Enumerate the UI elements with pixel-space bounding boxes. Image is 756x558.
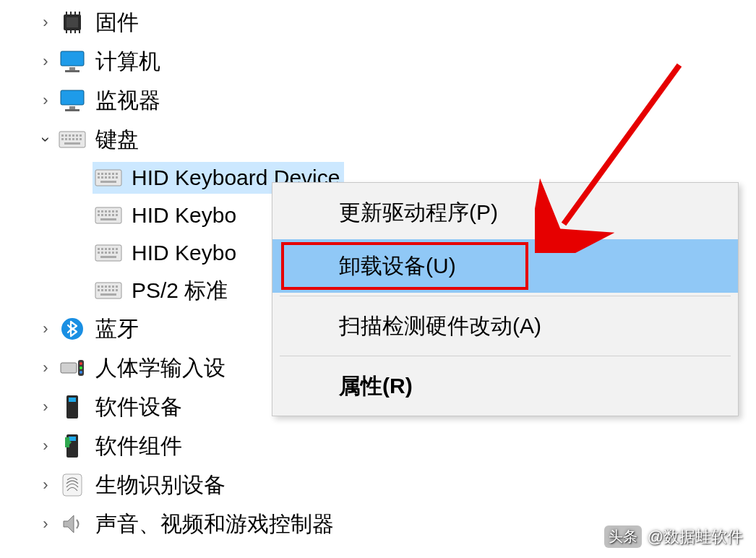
svg-rect-47 xyxy=(105,210,107,213)
tree-item-label: 声音、视频和游戏控制器 xyxy=(95,510,334,539)
svg-rect-36 xyxy=(116,173,118,175)
svg-rect-82 xyxy=(108,289,111,291)
menu-item-label: 扫描检测硬件改动(A) xyxy=(339,312,541,341)
svg-rect-39 xyxy=(105,176,107,179)
svg-rect-54 xyxy=(108,214,111,216)
svg-rect-66 xyxy=(101,252,103,254)
hid-icon xyxy=(56,353,88,382)
tree-item-label: 监视器 xyxy=(95,86,160,116)
svg-rect-64 xyxy=(116,248,118,250)
svg-rect-62 xyxy=(108,248,111,250)
tree-item-label: 蓝牙 xyxy=(95,314,139,344)
tree-item-biometric[interactable]: › 生物识别设备 xyxy=(35,465,756,505)
keyboard-icon xyxy=(93,201,124,230)
watermark: 头条 @数据蛙软件 xyxy=(604,525,743,548)
svg-rect-15 xyxy=(65,109,80,111)
tree-item-firmware[interactable]: › 固件 xyxy=(35,3,756,42)
chevron-right-icon[interactable]: › xyxy=(35,398,56,416)
svg-rect-63 xyxy=(112,248,114,250)
tree-item-computer[interactable]: › 计算机 xyxy=(35,42,756,81)
svg-rect-35 xyxy=(112,173,114,175)
bluetooth-icon xyxy=(56,314,88,343)
svg-rect-55 xyxy=(112,214,114,216)
svg-rect-84 xyxy=(116,289,118,291)
chevron-right-icon[interactable]: › xyxy=(35,476,56,494)
svg-rect-74 xyxy=(101,286,103,288)
svg-rect-77 xyxy=(112,286,114,288)
svg-point-89 xyxy=(80,362,82,365)
svg-rect-21 xyxy=(76,134,78,137)
svg-rect-24 xyxy=(65,138,67,140)
svg-rect-18 xyxy=(65,134,67,137)
svg-rect-49 xyxy=(112,210,114,213)
menu-item-label: 更新驱动程序(P) xyxy=(339,198,498,228)
chevron-down-icon[interactable]: › xyxy=(36,129,55,150)
svg-rect-26 xyxy=(72,138,74,140)
svg-rect-73 xyxy=(98,286,100,288)
svg-rect-37 xyxy=(98,176,100,179)
svg-rect-67 xyxy=(105,252,107,254)
chevron-right-icon[interactable]: › xyxy=(35,515,56,533)
watermark-text: @数据蛙软件 xyxy=(648,526,743,548)
svg-rect-46 xyxy=(101,210,103,213)
tree-item-label: PS/2 标准 xyxy=(132,276,228,306)
chevron-right-icon[interactable]: › xyxy=(35,91,56,110)
svg-rect-65 xyxy=(98,252,100,254)
svg-rect-38 xyxy=(101,176,103,179)
menu-item-label: 卸载设备(U) xyxy=(339,252,456,281)
tree-item-keyboard[interactable]: › 键盘 xyxy=(35,120,756,159)
svg-rect-70 xyxy=(116,252,118,254)
menu-item-update-driver[interactable]: 更新驱动程序(P) xyxy=(272,186,738,239)
svg-rect-80 xyxy=(101,289,103,291)
svg-rect-14 xyxy=(69,106,75,109)
svg-rect-59 xyxy=(98,248,100,250)
keyboard-icon xyxy=(93,163,124,192)
tree-item-label: 计算机 xyxy=(95,47,160,77)
menu-item-scan-hardware[interactable]: 扫描检测硬件改动(A) xyxy=(272,299,738,353)
chevron-right-icon[interactable]: › xyxy=(35,13,56,32)
svg-rect-17 xyxy=(61,134,64,137)
firmware-icon xyxy=(56,8,88,37)
svg-rect-53 xyxy=(105,214,107,216)
tree-item-label: 键盘 xyxy=(95,125,139,155)
svg-rect-87 xyxy=(61,363,77,373)
chevron-right-icon[interactable]: › xyxy=(35,437,56,455)
keyboard-icon xyxy=(93,239,124,267)
chevron-right-icon[interactable]: › xyxy=(35,319,56,338)
svg-rect-52 xyxy=(101,214,103,216)
svg-rect-79 xyxy=(98,289,100,291)
svg-rect-45 xyxy=(98,210,100,213)
keyboard-icon xyxy=(56,125,88,154)
svg-rect-28 xyxy=(80,138,82,140)
tree-item-software-component[interactable]: › 软件组件 xyxy=(35,426,756,465)
svg-rect-40 xyxy=(108,176,111,179)
chevron-right-icon[interactable]: › xyxy=(35,52,56,71)
svg-rect-85 xyxy=(100,293,116,296)
svg-rect-71 xyxy=(100,256,116,258)
svg-rect-33 xyxy=(105,173,107,175)
tree-item-label: 固件 xyxy=(95,8,139,38)
tree-item-label: 软件组件 xyxy=(95,432,182,461)
tree-item-monitor[interactable]: › 监视器 xyxy=(35,81,756,120)
menu-item-properties[interactable]: 属性(R) xyxy=(272,359,738,413)
tree-item-label: 生物识别设备 xyxy=(95,471,225,500)
monitor-icon xyxy=(56,86,88,115)
menu-separator xyxy=(280,296,731,296)
svg-rect-78 xyxy=(116,286,118,288)
menu-item-uninstall-device[interactable]: 卸载设备(U) xyxy=(272,239,738,293)
tree-item-label: 软件设备 xyxy=(95,392,182,422)
chevron-right-icon[interactable]: › xyxy=(35,359,56,377)
svg-rect-69 xyxy=(112,252,114,254)
svg-rect-29 xyxy=(64,142,80,145)
svg-rect-95 xyxy=(69,437,76,441)
svg-rect-31 xyxy=(98,173,100,175)
monitor-icon xyxy=(56,47,88,76)
svg-rect-48 xyxy=(108,210,111,213)
svg-rect-61 xyxy=(105,248,107,250)
software-component-icon xyxy=(56,432,88,460)
svg-rect-50 xyxy=(116,210,118,213)
svg-rect-22 xyxy=(80,134,82,137)
svg-rect-68 xyxy=(108,252,111,254)
svg-rect-1 xyxy=(66,17,78,27)
svg-rect-27 xyxy=(76,138,78,140)
